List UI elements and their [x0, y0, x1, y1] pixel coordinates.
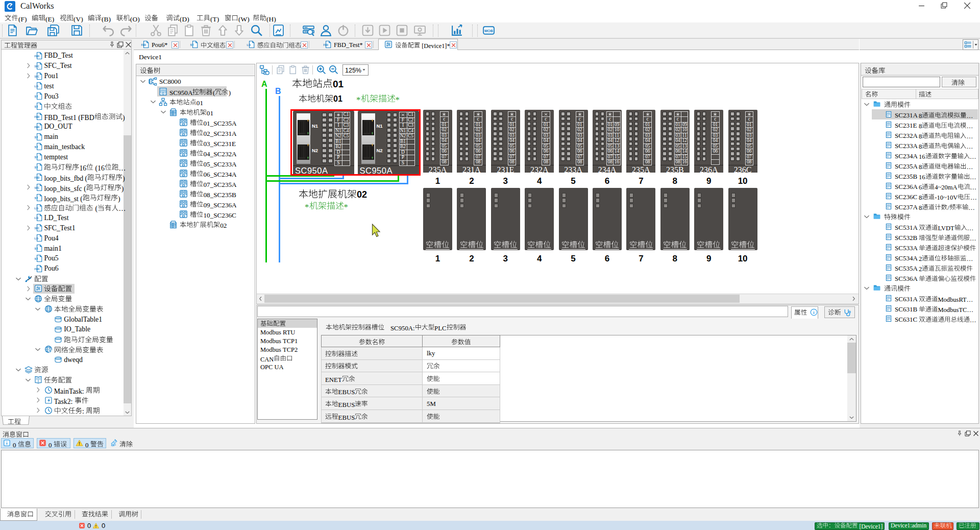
- svg-text:FBD: FBD: [35, 116, 40, 118]
- svg-text:ST: ST: [35, 166, 39, 169]
- svg-text:SFC: SFC: [35, 65, 40, 67]
- svg-text:ST: ST: [35, 105, 39, 108]
- svg-text:ST: ST: [35, 247, 39, 250]
- svg-text:FBD: FBD: [324, 44, 329, 46]
- svg-text:SFC: SFC: [35, 187, 40, 189]
- svg-text:FBD: FBD: [141, 44, 146, 46]
- svg-text:ST: ST: [35, 135, 39, 138]
- svg-text:MOB: MOB: [484, 29, 493, 33]
- svg-text:ST: ST: [190, 43, 194, 46]
- svg-text:FBD: FBD: [35, 126, 40, 129]
- svg-text:LD: LD: [35, 216, 38, 220]
- svg-text:FBD: FBD: [35, 268, 40, 270]
- svg-text:ST: ST: [35, 196, 39, 199]
- svg-text:FBD: FBD: [35, 55, 40, 58]
- svg-text:SFC: SFC: [35, 75, 40, 78]
- svg-text:SFC: SFC: [35, 227, 40, 230]
- svg-text:LD: LD: [35, 206, 38, 209]
- svg-text:FBD: FBD: [35, 177, 40, 179]
- svg-text:ST: ST: [35, 156, 39, 159]
- svg-text:ST: ST: [35, 95, 39, 98]
- svg-text:ST: ST: [35, 146, 39, 149]
- svg-text:ST: ST: [35, 257, 39, 260]
- svg-text:LD: LD: [35, 85, 38, 88]
- svg-text:LD: LD: [247, 43, 251, 46]
- svg-text:LD: LD: [35, 237, 38, 240]
